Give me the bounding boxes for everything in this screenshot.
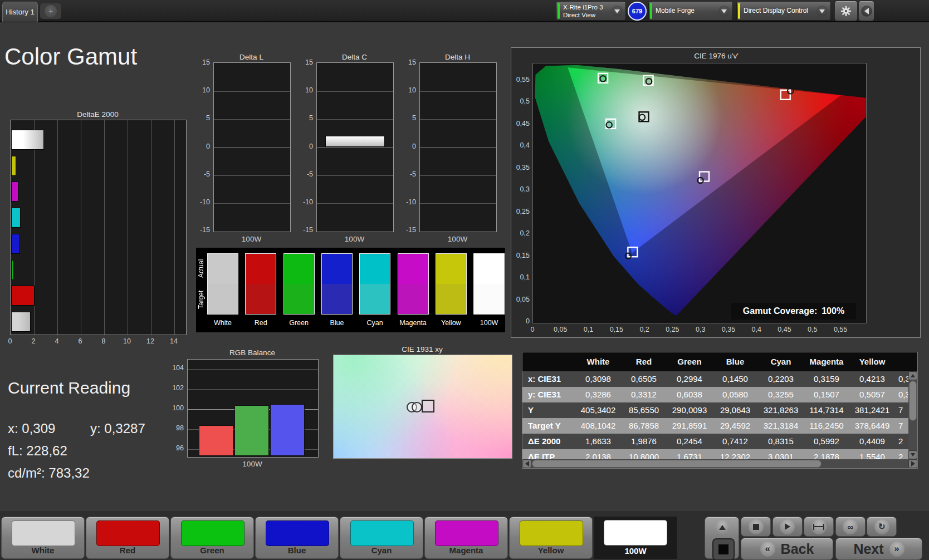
- table-cell: 0,6505: [621, 374, 667, 384]
- loop-button[interactable]: ∞: [835, 517, 866, 537]
- patch-button-yellow[interactable]: Yellow: [509, 517, 593, 559]
- scroll-down-icon[interactable]: [908, 450, 917, 459]
- table-cell: 0,5057: [849, 390, 895, 399]
- table-cell: 29,0643: [712, 405, 758, 415]
- patch-swatch: [96, 520, 160, 546]
- table-vertical-scrollbar[interactable]: [908, 371, 917, 459]
- table-cell: 0,1450: [712, 374, 758, 384]
- scroll-left-icon[interactable]: [522, 459, 531, 468]
- patch-button-green[interactable]: Green: [170, 517, 254, 559]
- gridline: [420, 119, 496, 120]
- settings-button[interactable]: [834, 1, 858, 21]
- axis-tick: 4: [48, 337, 65, 345]
- cie1931-chart: [333, 355, 512, 459]
- delta-chart-title: Delta C: [316, 53, 393, 61]
- patch-button-white[interactable]: White: [1, 517, 85, 559]
- table-row: Target Y408,104286,7858291,859129,459232…: [522, 418, 908, 434]
- table-cell-clipped: 0,3286: [895, 390, 908, 399]
- table-cell: 291,8591: [667, 421, 712, 430]
- column-header: Cyan: [758, 357, 804, 366]
- row-label: x: CIE31: [528, 374, 561, 384]
- horizontal-scroll-thumb[interactable]: [532, 460, 822, 468]
- raise-button[interactable]: [705, 518, 740, 536]
- axis-tick: 10: [294, 86, 313, 94]
- patch-swatch: [181, 520, 245, 546]
- axis-tick: 0,5: [511, 97, 530, 105]
- axis-tick: 0,1: [511, 273, 530, 281]
- column-header: Magenta: [804, 357, 849, 366]
- patch-button-blue[interactable]: Blue: [255, 517, 339, 559]
- row-label: y: CIE31: [528, 390, 561, 399]
- axis-tick: 0: [2, 337, 18, 345]
- axis-tick: 15: [191, 58, 210, 66]
- target-swatch: [359, 284, 390, 315]
- source-label: Mobile Forge: [656, 7, 695, 14]
- bar-magenta: [11, 181, 18, 202]
- patch-button-magenta[interactable]: Magenta: [424, 517, 508, 559]
- meter-dropdown[interactable]: X-Rite i1Pro 3 Direct View: [556, 1, 626, 21]
- refresh-icon: ↻: [874, 519, 889, 534]
- next-button[interactable]: Next »: [835, 538, 922, 560]
- meter-line2: Direct View: [563, 11, 595, 19]
- axis-tick: 10: [191, 86, 210, 94]
- stop-button[interactable]: [741, 517, 771, 537]
- gridline: [420, 175, 496, 176]
- table-row: y: CIE310,32860,33120,60380,05800,32550,…: [522, 387, 908, 402]
- collapse-panel-button[interactable]: [858, 1, 874, 21]
- measurement-count-badge[interactable]: 679: [628, 2, 647, 21]
- chevron-left-icon: [861, 6, 872, 17]
- actual-swatch: [283, 253, 315, 284]
- column-header: White: [575, 357, 621, 366]
- patch-label: Cyan: [340, 546, 423, 555]
- axis-tick: 0: [523, 326, 542, 333]
- bar-blue: [11, 234, 20, 254]
- stop-measure-button[interactable]: [712, 538, 735, 560]
- vertical-scroll-thumb[interactable]: [909, 381, 917, 421]
- scroll-right-icon[interactable]: [908, 459, 917, 468]
- patch-button-red[interactable]: Red: [86, 517, 169, 559]
- axis-tick: 8: [95, 337, 112, 345]
- column-header: Red: [621, 357, 667, 366]
- gridline: [214, 175, 290, 176]
- axis-tick: 0,05: [551, 326, 570, 333]
- table-cell: 85,6550: [621, 405, 667, 415]
- table-cell: 0,2994: [667, 374, 712, 384]
- scroll-up-icon[interactable]: [908, 371, 917, 380]
- actual-target-swatch-panel: Actual Target WhiteRedGreenBlueCyanMagen…: [196, 248, 505, 332]
- back-button[interactable]: « Back: [741, 538, 833, 560]
- patch-button-cyan[interactable]: Cyan: [340, 517, 423, 559]
- table-row: ΔE 20001,66331,98760,24540,74120,83150,5…: [522, 434, 908, 449]
- table-cell: 381,2421: [849, 405, 895, 415]
- table-header: WhiteRedGreenBlueCyanMagentaYellow: [522, 352, 917, 371]
- refresh-button[interactable]: ↻: [867, 517, 897, 537]
- patch-button-100w[interactable]: 100W: [594, 517, 677, 559]
- workflow-dropdown[interactable]: Direct Display Control: [736, 1, 831, 21]
- actual-row-label: Actual: [197, 252, 205, 284]
- source-dropdown[interactable]: Mobile Forge: [648, 1, 733, 21]
- swatch-label: 100W: [473, 319, 505, 327]
- table-cell: 86,7858: [621, 421, 667, 430]
- table-cell: 116,2450: [804, 421, 849, 430]
- gear-icon: [840, 5, 852, 17]
- table-horizontal-scrollbar[interactable]: [522, 459, 917, 468]
- patch-swatch: [266, 520, 329, 546]
- axis-tick: 0,25: [663, 326, 682, 333]
- table-cell: 321,3184: [758, 421, 804, 430]
- measured-point-marker: [412, 402, 422, 412]
- gridline: [151, 120, 151, 335]
- target-swatch: [207, 284, 238, 315]
- axis-tick: 6: [72, 337, 89, 345]
- axis-tick: 0,15: [511, 252, 530, 259]
- step-button[interactable]: [804, 517, 834, 537]
- chevron-down-icon: [718, 6, 730, 17]
- add-tab-button[interactable]: +: [40, 3, 61, 19]
- plus-icon: +: [45, 5, 57, 17]
- column-header: Blue: [712, 357, 758, 366]
- gridline: [317, 203, 393, 204]
- actual-swatch: [321, 253, 353, 284]
- target-point-marker: [422, 400, 434, 412]
- axis-tick: 15: [294, 58, 313, 66]
- play-button[interactable]: [772, 517, 803, 537]
- delta-bar: [325, 136, 385, 147]
- tab-history-1[interactable]: History 1: [2, 2, 38, 22]
